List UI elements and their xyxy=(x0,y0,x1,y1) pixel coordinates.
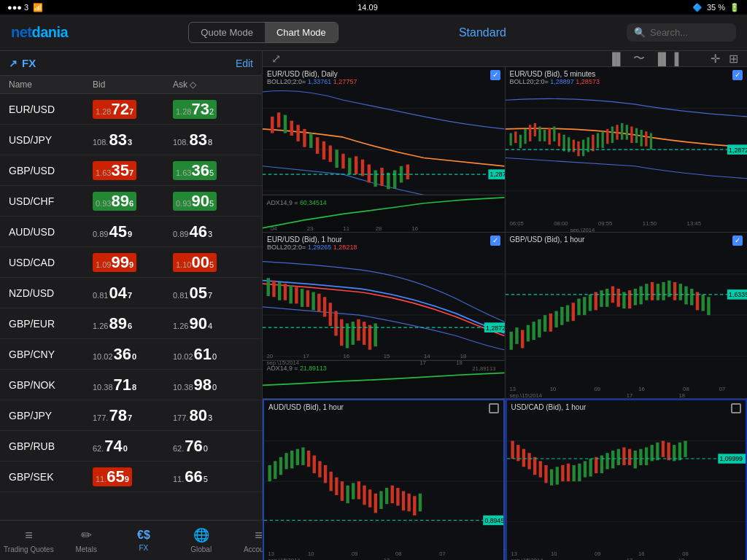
pair-name: GBP/USD xyxy=(9,165,93,176)
svg-rect-187 xyxy=(313,455,316,472)
svg-rect-157 xyxy=(678,284,681,300)
svg-rect-190 xyxy=(330,471,333,491)
expand-icon[interactable]: ⤢ xyxy=(271,52,281,66)
quote-row[interactable]: EUR/USD1.287271.28732 xyxy=(0,94,262,125)
svg-rect-87 xyxy=(267,279,270,297)
svg-rect-242 xyxy=(627,448,630,464)
svg-text:08: 08 xyxy=(395,551,402,557)
svg-rect-127 xyxy=(509,332,512,350)
trading-quotes-label: Trading Quotes xyxy=(4,545,54,553)
svg-rect-154 xyxy=(662,282,665,300)
bar-chart-icon[interactable]: ▐▌ xyxy=(608,52,624,66)
svg-rect-180 xyxy=(274,461,276,478)
toolbar-left: ⤢ xyxy=(271,52,281,66)
svg-rect-105 xyxy=(368,325,371,350)
svg-rect-230 xyxy=(561,465,564,481)
quote-row[interactable]: USD/CHF0.938960.93905 xyxy=(0,186,262,217)
svg-text:1,28728: 1,28728 xyxy=(729,146,747,153)
search-box[interactable]: 🔍 Search... xyxy=(627,23,736,42)
svg-rect-92 xyxy=(295,287,298,304)
svg-rect-19 xyxy=(368,165,371,183)
svg-rect-151 xyxy=(645,284,648,300)
svg-text:18: 18 xyxy=(460,353,467,359)
quote-row[interactable]: GBP/SEK11.65911.665 xyxy=(0,462,262,492)
line-chart-icon[interactable]: 〜 xyxy=(633,51,645,66)
svg-rect-223 xyxy=(522,448,525,466)
svg-text:13: 13 xyxy=(509,386,516,393)
nav-item-global[interactable]: 🌐 Global xyxy=(172,521,230,560)
chart-label-1: EUR/USD (Bid), 5 minutes BOLL20;2:0= 1,2… xyxy=(510,70,600,85)
svg-text:17: 17 xyxy=(384,557,390,560)
nav-item-trading-quotes[interactable]: ≡ Trading Quotes xyxy=(0,521,58,560)
mode-toggle[interactable]: Quote Mode Chart Mode xyxy=(188,22,338,43)
quote-row[interactable]: GBP/CNY10.0236010.02610 xyxy=(0,339,262,370)
svg-rect-248 xyxy=(661,440,664,456)
svg-text:13: 13 xyxy=(268,551,274,557)
quote-row[interactable]: USD/JPY108.833108.838 xyxy=(0,125,262,155)
svg-text:sep.\15\2014: sep.\15\2014 xyxy=(509,393,542,398)
chart-cell-5[interactable]: USD/CAD (Bid), 1 hour xyxy=(506,399,748,560)
svg-rect-25 xyxy=(406,165,409,179)
svg-rect-89 xyxy=(278,282,281,300)
svg-text:20: 20 xyxy=(267,353,274,359)
svg-rect-245 xyxy=(644,447,647,464)
chart-mode-button[interactable]: Chart Mode xyxy=(265,23,338,42)
chart-checkbox-4[interactable] xyxy=(489,403,499,413)
svg-rect-98 xyxy=(329,303,332,327)
svg-rect-95 xyxy=(311,292,314,311)
quote-row[interactable]: USD/CAD1.099991.10005 xyxy=(0,247,262,278)
svg-rect-96 xyxy=(317,294,320,312)
quote-row[interactable]: GBP/USD1.633571.63365 xyxy=(0,155,262,186)
svg-text:13: 13 xyxy=(511,551,517,557)
svg-rect-133 xyxy=(543,315,546,332)
svg-rect-143 xyxy=(600,291,603,308)
chart-checkbox-5[interactable] xyxy=(731,403,741,413)
chart-checkbox-2[interactable] xyxy=(490,236,500,246)
svg-rect-244 xyxy=(639,448,642,464)
chart-cell-1[interactable]: EUR/USD (Bid), 5 minutes BOLL20;2:0= 1,2… xyxy=(506,67,748,232)
svg-rect-175 xyxy=(264,400,503,560)
svg-text:sep.\15\2014: sep.\15\2014 xyxy=(268,557,301,560)
svg-rect-239 xyxy=(611,451,614,468)
svg-rect-202 xyxy=(396,488,399,505)
svg-rect-104 xyxy=(363,322,365,346)
svg-rect-103 xyxy=(357,319,360,341)
nav-item-fx[interactable]: €$ FX xyxy=(115,521,173,560)
svg-rect-183 xyxy=(290,451,293,468)
pair-name: AUD/USD xyxy=(9,226,93,238)
svg-text:1,63357: 1,63357 xyxy=(729,292,747,299)
chart-checkbox-3[interactable] xyxy=(732,236,743,246)
svg-rect-156 xyxy=(673,282,676,300)
chart-checkbox-0[interactable] xyxy=(490,70,500,80)
edit-button[interactable]: Edit xyxy=(236,58,253,69)
crosshair-icon[interactable]: ✛ xyxy=(711,52,720,66)
col-name: Name xyxy=(9,79,93,90)
chart-cell-0[interactable]: EUR/USD (Bid), Daily BOLL20;2:0= 1,33761… xyxy=(263,67,505,232)
svg-rect-217 xyxy=(507,400,746,560)
svg-text:18: 18 xyxy=(678,393,685,398)
grid-icon[interactable]: ⊞ xyxy=(729,52,738,66)
quote-mode-button[interactable]: Quote Mode xyxy=(189,23,265,42)
ask-cell: 1.63365 xyxy=(173,161,253,180)
svg-text:08: 08 xyxy=(683,386,689,393)
quote-row[interactable]: GBP/RUB62.74062.760 xyxy=(0,431,262,462)
candle-chart-icon[interactable]: ▐▌▐ xyxy=(654,52,678,66)
svg-rect-51 xyxy=(543,130,545,141)
quote-row[interactable]: GBP/EUR1.268961.26904 xyxy=(0,308,262,339)
quote-row[interactable]: GBP/NOK10.3871810.38980 xyxy=(0,370,262,400)
chart-label-4: AUD/USD (Bid), 1 hour xyxy=(268,403,344,411)
svg-rect-247 xyxy=(656,442,659,459)
svg-rect-186 xyxy=(307,451,310,467)
svg-rect-224 xyxy=(527,453,530,469)
svg-text:16: 16 xyxy=(638,551,645,557)
svg-text:11:50: 11:50 xyxy=(642,220,657,227)
chart-checkbox-1[interactable] xyxy=(732,70,743,80)
quote-row[interactable]: GBP/JPY177.787177.803 xyxy=(0,400,262,431)
quote-row[interactable]: AUD/USD0.894590.89463 xyxy=(0,217,262,247)
nav-item-metals[interactable]: ✏ Metals xyxy=(58,521,115,560)
chart-cell-3[interactable]: GBP/USD (Bid), 1 hour xyxy=(506,233,748,397)
chart-cell-2[interactable]: EUR/USD (Bid), 1 hour BOLL20;2:0= 1,2926… xyxy=(263,233,505,397)
bid-cell: 10.38718 xyxy=(93,377,173,393)
quote-row[interactable]: NZD/USD0.810470.81057 xyxy=(0,278,262,308)
chart-cell-4[interactable]: AUD/USD (Bid), 1 hour xyxy=(263,399,505,560)
